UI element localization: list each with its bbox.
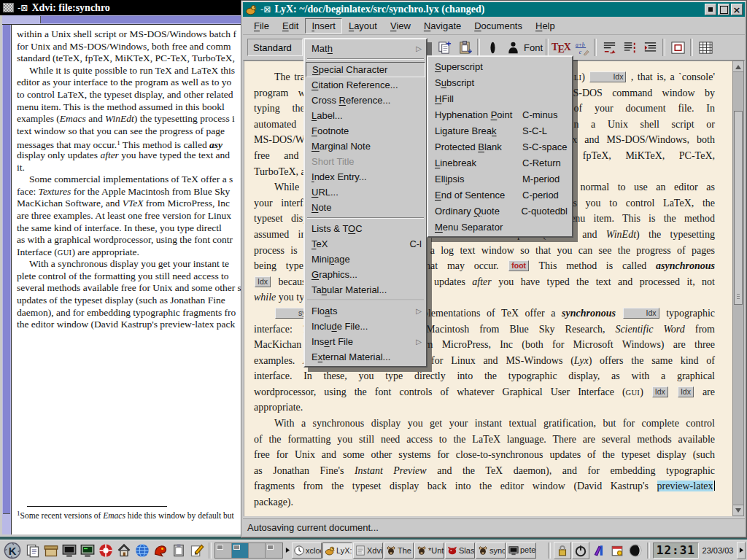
- menu-item-marginal-note[interactable]: Marginal Note: [306, 139, 425, 154]
- task-button-xcloc[interactable]: xcloc: [292, 542, 322, 559]
- toolbar-marginpar-button[interactable]: [619, 37, 640, 58]
- maximize-button[interactable]: [718, 4, 729, 15]
- index-inset-button[interactable]: Idx: [678, 386, 694, 397]
- pager-desktop-4[interactable]: [266, 543, 282, 558]
- toolbar-math-button[interactable]: a+bc: [571, 37, 592, 58]
- submenu-item-superscript[interactable]: Superscript: [429, 58, 571, 74]
- scroll-down-button[interactable]: [733, 505, 743, 516]
- menubar-item-insert[interactable]: Insert: [305, 18, 342, 34]
- submenu-item-end-of-sentence[interactable]: End of SentenceC-period: [429, 187, 571, 203]
- menu-item-math[interactable]: Math▷: [306, 41, 425, 56]
- menu-item-citation-reference[interactable]: Citation Reference...: [306, 77, 425, 93]
- index-inset-button[interactable]: Idx: [652, 386, 668, 397]
- toolbar-table-button[interactable]: [695, 37, 716, 58]
- lock-tray-icon[interactable]: [554, 542, 571, 559]
- menubar-item-help[interactable]: Help: [529, 18, 562, 34]
- toolbar-emph-button[interactable]: [482, 37, 503, 58]
- konsole-launcher-button[interactable]: [79, 542, 96, 559]
- task-button-sync[interactable]: sync: [476, 542, 506, 559]
- submenu-item-subscript[interactable]: Subscript: [429, 74, 571, 90]
- pager-desktop-1[interactable]: [215, 543, 232, 558]
- editor-launcher-button[interactable]: [188, 542, 206, 559]
- submenu-item-ellipsis[interactable]: EllipsisM-period: [429, 171, 571, 187]
- document-scrollbar[interactable]: [732, 61, 744, 516]
- klipper-tray-icon[interactable]: [590, 542, 608, 559]
- menu-item-external-material[interactable]: External Material...: [306, 349, 425, 365]
- toolbar-paste-button[interactable]: [454, 37, 475, 58]
- lyx-titlebar[interactable]: LyX: ~/doc/beginlatex/src/synchro.lyx (c…: [243, 2, 745, 17]
- scrollbar-thumb[interactable]: [3, 25, 10, 514]
- menu-item-include-file[interactable]: Include File...: [306, 319, 425, 334]
- menubar-item-navigate[interactable]: Navigate: [417, 18, 468, 34]
- menu-item-lists-toc[interactable]: Lists & TOC: [306, 221, 425, 236]
- menubar-item-edit[interactable]: Edit: [276, 18, 305, 34]
- scroll-up-button[interactable]: [733, 61, 743, 72]
- menu-item-minipage[interactable]: Minipage: [306, 252, 425, 267]
- menu-item-url[interactable]: URL...: [306, 184, 425, 200]
- pager-desktop-2[interactable]: [232, 543, 249, 558]
- menubar-item-file[interactable]: File: [247, 18, 276, 34]
- xdvi-titlebar[interactable]: Xdvi: file:synchro: [0, 0, 244, 15]
- globe-launcher-button[interactable]: [133, 542, 151, 559]
- window-pin-icon[interactable]: [18, 3, 28, 13]
- power-tray-icon[interactable]: [572, 542, 589, 559]
- index-inset-button[interactable]: Idx: [589, 71, 626, 82]
- taskbar-scroll-button[interactable]: [284, 542, 291, 559]
- menu-item-index-entry[interactable]: Index Entry...: [306, 169, 425, 184]
- clipboard-launcher-button[interactable]: [170, 542, 187, 559]
- help-launcher-button[interactable]: [97, 542, 115, 559]
- organizer-tray-icon[interactable]: [608, 542, 626, 559]
- close-button[interactable]: [731, 4, 743, 15]
- news-launcher-button[interactable]: [152, 542, 169, 559]
- menu-item-floats[interactable]: Floats▷: [306, 303, 425, 319]
- menu-item-cross-reference[interactable]: Cross Reference...: [306, 93, 425, 108]
- menu-item-tex[interactable]: TeXC-l: [306, 236, 425, 252]
- menu-item-insert-file[interactable]: Insert File▷: [306, 334, 425, 349]
- home-launcher-button[interactable]: [115, 542, 133, 559]
- toolbar-tex-button[interactable]: TEX: [551, 37, 571, 58]
- kmenu-launcher-button[interactable]: K: [1, 542, 23, 559]
- xdvi-vertical-scrollbar[interactable]: [2, 25, 12, 534]
- task-button-theg[interactable]: The G: [384, 542, 414, 559]
- task-button-*unti[interactable]: *Unti: [414, 542, 444, 559]
- moon-tray-icon[interactable]: [627, 542, 644, 559]
- submenu-item-hfill[interactable]: HFill: [429, 90, 571, 106]
- toolbar-font-button[interactable]: Font: [523, 37, 543, 58]
- xdvi-horizontal-scrollbar[interactable]: [2, 15, 244, 25]
- task-button-xdvi[interactable]: Xdvi:: [353, 542, 383, 559]
- toolbar-footnote-button[interactable]: [599, 37, 619, 58]
- index-inset-button[interactable]: Idx: [623, 308, 659, 319]
- package-launcher-button[interactable]: [42, 542, 60, 559]
- scrollbar-thumb[interactable]: [734, 111, 743, 305]
- menubar-item-documents[interactable]: Documents: [468, 18, 529, 34]
- window-list-launcher-button[interactable]: [24, 542, 42, 559]
- pager-desktop-3[interactable]: [249, 543, 266, 558]
- submenu-item-ordinary-quote[interactable]: Ordinary QuoteC-quotedbl: [429, 203, 571, 219]
- toolbar-copy-button[interactable]: [434, 37, 454, 58]
- menu-item-footnote[interactable]: Footnote: [306, 123, 425, 139]
- menu-item-special-character[interactable]: Special Character: [306, 62, 425, 77]
- task-button-pete[interactable]: pete◀: [506, 542, 536, 559]
- panel-hide-button[interactable]: [737, 542, 746, 559]
- scrollbar-thumb[interactable]: [40, 16, 244, 23]
- submenu-item-ligature-break[interactable]: Ligature BreakS-C-L: [429, 122, 571, 139]
- submenu-item-linebreak[interactable]: LinebreakC-Return: [429, 155, 571, 171]
- menu-item-graphics[interactable]: Graphics...: [306, 267, 425, 282]
- paragraph-style-combo[interactable]: Standard: [247, 39, 303, 56]
- menu-item-note[interactable]: Note: [306, 200, 425, 215]
- menubar-item-layout[interactable]: Layout: [342, 18, 384, 34]
- task-button-lyx[interactable]: LyX:: [322, 542, 352, 559]
- submenu-item-protected-blank[interactable]: Protected BlankS-C-space: [429, 139, 571, 155]
- minimize-button[interactable]: [705, 4, 716, 15]
- toolbar-noun-button[interactable]: [503, 37, 523, 58]
- menu-item-tabular-material[interactable]: Tabular Material...: [306, 282, 425, 298]
- task-button-slas[interactable]: Slas: [445, 542, 475, 559]
- menu-item-short-title[interactable]: Short Title: [306, 154, 425, 169]
- terminal-launcher-button[interactable]: [61, 542, 78, 559]
- menu-item-label[interactable]: Label...: [306, 108, 425, 123]
- footnote-inset-button[interactable]: foot: [508, 260, 529, 271]
- menubar-item-view[interactable]: View: [384, 18, 417, 34]
- submenu-item-hyphenation-point[interactable]: Hyphenation PointC-minus: [429, 106, 571, 122]
- submenu-item-menu-separator[interactable]: Menu Separator: [429, 219, 571, 235]
- toolbar-figure-button[interactable]: [667, 37, 688, 58]
